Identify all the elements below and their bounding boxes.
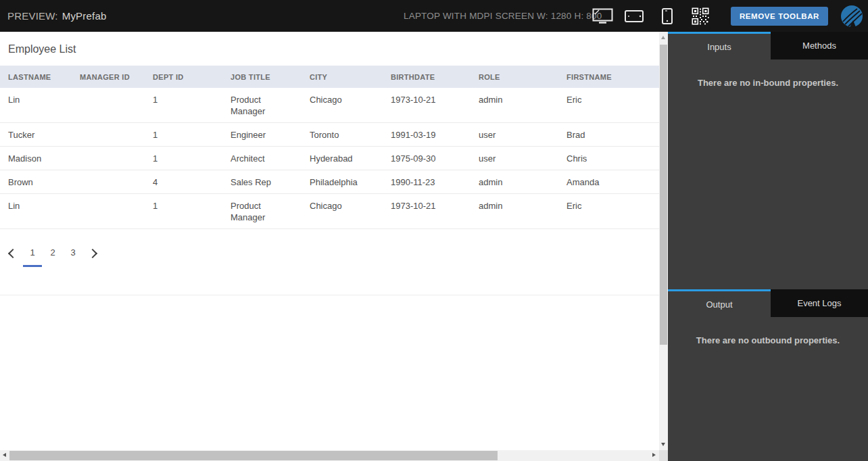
tab-event-logs[interactable]: Event Logs (771, 289, 868, 317)
table-cell: Lin (0, 194, 72, 228)
table-cell: Engineer (222, 123, 302, 146)
table-cell: Amanda (558, 170, 659, 193)
column-header[interactable]: DEPT ID (145, 73, 222, 81)
remove-toolbar-button[interactable]: REMOVE TOOLBAR (731, 7, 828, 26)
output-section: Output Event Logs There are no outbound … (668, 289, 868, 345)
table-cell: 1 (145, 123, 222, 146)
table-cell: Toronto (302, 123, 383, 146)
table-cell: user (471, 147, 558, 170)
table-cell: Lin (0, 88, 72, 122)
scroll-down-icon[interactable] (661, 443, 665, 446)
table-row[interactable]: Lin1Product ManagerChicago1973-10-21admi… (0, 88, 659, 123)
table-cell: Product Manager (222, 88, 302, 122)
vertical-scrollbar[interactable] (659, 32, 668, 450)
table-cell: Chris (558, 147, 659, 170)
preview-title: PREVIEW:MyPrefab (7, 10, 106, 22)
table-cell: 1975-09-30 (383, 147, 471, 170)
column-header[interactable]: JOB TITLE (222, 73, 302, 81)
page-number-1[interactable]: 1 (22, 247, 43, 267)
wavemaker-logo (840, 5, 863, 28)
table-cell: Brown (0, 170, 72, 193)
phone-portrait-icon[interactable] (662, 8, 673, 24)
page-number-2[interactable]: 2 (43, 247, 63, 267)
table-cell: Eric (558, 88, 659, 122)
inputs-methods-tabs: Inputs Methods (668, 32, 868, 59)
table-cell: admin (471, 170, 558, 193)
tab-output[interactable]: Output (668, 289, 771, 317)
scroll-right-icon[interactable] (652, 453, 656, 457)
scrollbar-corner (659, 450, 668, 461)
column-header[interactable]: FIRSTNAME (558, 73, 659, 81)
pagination-next-icon[interactable] (88, 249, 97, 258)
table-cell: 1 (145, 147, 222, 170)
table-cell: Eric (558, 194, 659, 228)
table-cell: 1990-11-23 (383, 170, 471, 193)
table-cell: Chicago (302, 194, 383, 228)
table-cell: 4 (145, 170, 222, 193)
preview-toolbar: PREVIEW:MyPrefab LAPTOP WITH MDPI SCREEN… (0, 0, 868, 32)
toolbar-right-group: REMOVE TOOLBAR (592, 0, 868, 32)
table-body: Lin1Product ManagerChicago1973-10-21admi… (0, 88, 659, 229)
device-mode-label: LAPTOP WITH MDPI SCREEN W: 1280 H: 800 (404, 0, 602, 32)
output-eventlogs-tabs: Output Event Logs (668, 289, 868, 317)
table-cell: 1 (145, 88, 222, 122)
tab-methods[interactable]: Methods (771, 32, 868, 59)
scroll-left-icon[interactable] (3, 453, 6, 457)
table-cell: Sales Rep (222, 170, 302, 193)
table-cell: Product Manager (222, 194, 302, 228)
page-title: Employee List (0, 32, 659, 66)
preview-label: PREVIEW: (7, 10, 58, 22)
column-header[interactable]: ROLE (471, 73, 558, 81)
table-cell: user (471, 123, 558, 146)
output-empty-message: There are no outbound properties. (668, 335, 868, 345)
table-cell: Philadelphia (302, 170, 383, 193)
horizontal-scrollbar-thumb[interactable] (9, 451, 498, 460)
column-header[interactable]: MANAGER ID (72, 73, 145, 81)
properties-panel: Inputs Methods There are no in-bound pro… (668, 32, 868, 461)
table-cell: 1973-10-21 (383, 88, 471, 122)
inputs-empty-message: There are no in-bound properties. (668, 78, 868, 88)
table-cell: Brad (558, 123, 659, 146)
table-header-row: LASTNAMEMANAGER IDDEPT IDJOB TITLECITYBI… (0, 66, 659, 88)
table-row[interactable]: Lin1Product ManagerChicago1973-10-21admi… (0, 194, 659, 229)
table-cell (72, 88, 145, 122)
prefab-name: MyPrefab (62, 10, 107, 22)
table-cell (72, 147, 145, 170)
laptop-icon[interactable] (592, 8, 613, 24)
tab-inputs[interactable]: Inputs (668, 32, 771, 59)
column-header[interactable]: BIRTHDATE (383, 73, 471, 81)
pagination: 123 (9, 247, 659, 272)
table-cell: 1 (145, 194, 222, 228)
table-cell: Madison (0, 147, 72, 170)
horizontal-scrollbar[interactable] (0, 450, 659, 461)
table-cell: Hyderabad (302, 147, 383, 170)
table-row[interactable]: Brown4Sales RepPhiladelphia1990-11-23adm… (0, 170, 659, 194)
table-cell (72, 170, 145, 193)
table-row[interactable]: Madison1ArchitectHyderabad1975-09-30user… (0, 147, 659, 170)
table-cell: 1991-03-19 (383, 123, 471, 146)
table-cell: Chicago (302, 88, 383, 122)
pagination-pages: 123 (22, 247, 83, 267)
content-divider (0, 295, 659, 295)
scroll-up-icon[interactable] (661, 36, 665, 39)
table-cell: admin (471, 194, 558, 228)
column-header[interactable]: CITY (302, 73, 383, 81)
column-header[interactable]: LASTNAME (0, 73, 72, 81)
table-cell (72, 194, 145, 228)
prefab-preview-pane: Employee List LASTNAMEMANAGER IDDEPT IDJ… (0, 32, 659, 450)
table-cell (72, 123, 145, 146)
table-row[interactable]: Tucker1EngineerToronto1991-03-19userBrad (0, 123, 659, 147)
table-cell: admin (471, 88, 558, 122)
table-cell: 1973-10-21 (383, 194, 471, 228)
table-cell: Tucker (0, 123, 72, 146)
tablet-landscape-icon[interactable] (625, 10, 644, 22)
vertical-scrollbar-thumb[interactable] (660, 45, 667, 345)
table-cell: Architect (222, 147, 302, 170)
pagination-prev-icon[interactable] (8, 249, 18, 258)
page-number-3[interactable]: 3 (63, 247, 83, 267)
qr-code-icon[interactable] (692, 7, 709, 25)
